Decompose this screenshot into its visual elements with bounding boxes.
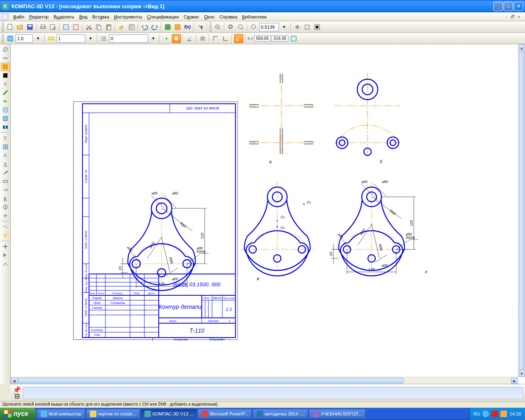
zoom-fit-button[interactable] — [226, 23, 235, 32]
views-icon[interactable] — [1, 123, 10, 131]
autodraw-icon[interactable]: ⚡ — [1, 231, 10, 240]
clock[interactable]: 14:18 — [509, 411, 521, 416]
undo-button[interactable] — [140, 23, 149, 32]
vertical-scrollbar[interactable]: ▲ ▼ — [518, 44, 525, 377]
ortho2-button[interactable] — [221, 34, 230, 43]
taskbar-item[interactable]: УЧЕБНИК БОГОЛ... — [309, 409, 365, 419]
zoom-window-button[interactable] — [236, 23, 245, 32]
menu-service[interactable]: Сервис — [181, 14, 202, 20]
props2-button[interactable] — [71, 23, 80, 32]
zoom-in-button[interactable] — [213, 23, 222, 32]
scale-input[interactable] — [16, 34, 33, 43]
open-button[interactable] — [16, 23, 25, 32]
horizontal-scrollbar[interactable]: ◀ ▶ — [11, 377, 518, 384]
panel-close-icon[interactable]: ⊟ — [12, 393, 21, 399]
coords-more[interactable] — [289, 34, 298, 43]
scroll-left-arrow[interactable]: ◀ — [11, 378, 18, 384]
taskbar-item[interactable]: Мой компьютер — [37, 409, 85, 419]
layer-input[interactable] — [57, 34, 85, 43]
layer-icon[interactable] — [47, 34, 56, 43]
orbit-button[interactable] — [303, 23, 312, 32]
lang-indicator[interactable]: RU — [474, 411, 480, 416]
hscroll-thumb[interactable] — [18, 378, 404, 383]
property-input-area[interactable] — [23, 387, 523, 399]
style-input[interactable] — [109, 34, 148, 43]
menu-select[interactable]: Выделить — [51, 14, 77, 20]
wave-icon[interactable] — [1, 223, 10, 231]
vars-button[interactable]: f(x) — [183, 23, 192, 32]
paste-button[interactable] — [104, 23, 113, 32]
weld-icon[interactable] — [1, 203, 10, 211]
tolerance-icon[interactable] — [1, 177, 10, 185]
spec-icon[interactable] — [1, 106, 10, 114]
scroll-right-arrow[interactable]: ▶ — [511, 378, 518, 384]
layer-dropdown[interactable]: ▾ — [86, 34, 95, 43]
new-button[interactable] — [6, 23, 15, 32]
point-icon[interactable] — [1, 251, 10, 259]
document-icon[interactable] — [2, 14, 8, 20]
lib-button[interactable] — [163, 23, 172, 32]
menu-edit[interactable]: Редактор — [27, 14, 51, 20]
menu-view[interactable]: Вид — [77, 14, 90, 20]
properties-button[interactable] — [127, 23, 136, 32]
copy-button[interactable] — [94, 23, 103, 32]
save-button[interactable] — [25, 23, 34, 32]
taskbar-item[interactable]: Microsoft PowerP... — [198, 409, 252, 419]
vscroll-thumb[interactable] — [519, 52, 525, 370]
format-button[interactable] — [117, 23, 126, 32]
style-icon[interactable] — [99, 34, 108, 43]
start-button[interactable]: пуск — [0, 408, 37, 420]
datum-icon[interactable]: A — [1, 194, 10, 203]
rough-icon[interactable] — [1, 151, 10, 160]
toolbar-grip[interactable] — [209, 23, 212, 32]
zoom-prev-button[interactable] — [249, 23, 258, 32]
scale-dropdown[interactable]: ▾ — [34, 34, 43, 43]
zoom-input[interactable] — [259, 23, 279, 31]
curve-icon[interactable] — [1, 260, 10, 268]
dimension-icon[interactable] — [1, 54, 10, 62]
redo-button[interactable] — [150, 23, 159, 32]
axis-icon[interactable] — [1, 242, 10, 251]
zoom-dropdown[interactable]: ▾ — [280, 23, 289, 32]
edit-icon[interactable] — [1, 71, 10, 80]
scroll-up-arrow[interactable]: ▲ — [519, 44, 525, 51]
base-icon[interactable] — [1, 160, 10, 168]
menu-help[interactable]: Справка — [217, 14, 240, 20]
cut-button[interactable] — [84, 23, 94, 32]
style-dropdown[interactable]: ▾ — [149, 34, 158, 43]
window-close-button[interactable]: × — [514, 2, 523, 11]
grid-button[interactable] — [198, 34, 207, 43]
text-icon[interactable]: T — [1, 134, 10, 142]
select-icon[interactable]: % — [1, 97, 10, 105]
system-tray[interactable]: RU 14:18 — [469, 408, 525, 420]
help-button[interactable]: ? — [196, 23, 205, 32]
geometry-icon[interactable] — [1, 46, 10, 54]
measure-icon[interactable] — [1, 89, 10, 97]
menu-libs[interactable]: Библиотеки — [240, 14, 269, 20]
stop-button[interactable] — [172, 34, 181, 43]
drawing-canvas[interactable]: ВАМК 03.1500. 000 Перв. примен. Справ. №… — [11, 44, 525, 384]
table-icon[interactable] — [1, 143, 10, 151]
window-minimize-button[interactable]: _ — [493, 2, 503, 11]
report-icon[interactable] — [1, 114, 10, 123]
menu-file[interactable]: Файл — [11, 14, 27, 20]
arrow-icon[interactable] — [1, 186, 10, 194]
tray-icon[interactable] — [482, 411, 489, 417]
taskbar-item[interactable]: чертеж по сопря... — [86, 409, 140, 419]
snap-icon[interactable] — [162, 34, 171, 43]
toolbar-grip[interactable] — [2, 34, 4, 43]
menu-window[interactable]: Окно — [202, 14, 217, 20]
ortho1-button[interactable] — [211, 34, 220, 43]
center-icon[interactable] — [1, 212, 10, 220]
preview-button[interactable] — [48, 23, 57, 32]
toolbar-grip[interactable] — [2, 23, 4, 32]
snap-angle-button[interactable] — [185, 34, 194, 43]
rebuild-button[interactable] — [313, 23, 322, 32]
tray-icon[interactable] — [500, 411, 507, 417]
menu-tools[interactable]: Инструменты — [112, 14, 145, 20]
param-icon[interactable] — [1, 80, 10, 88]
window-maximize-button[interactable]: □ — [504, 2, 513, 11]
print-button[interactable] — [39, 23, 48, 32]
scroll-down-arrow[interactable]: ▼ — [519, 370, 525, 377]
tray-icon[interactable] — [491, 411, 498, 417]
